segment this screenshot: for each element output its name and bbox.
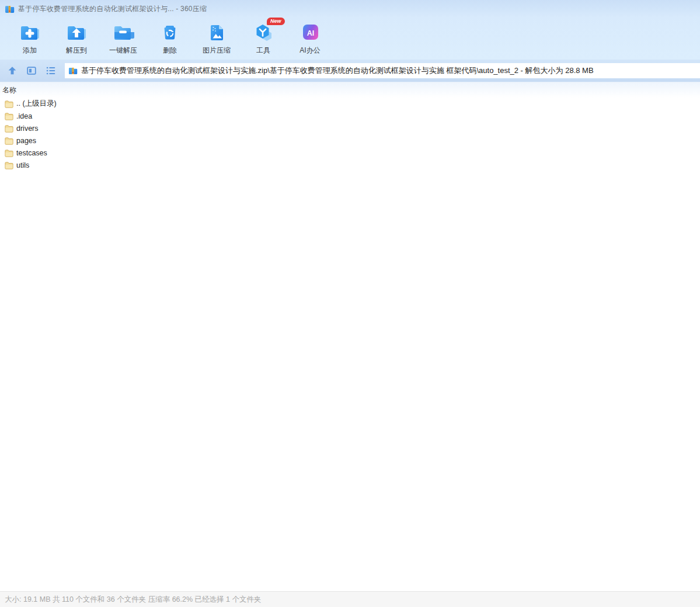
file-name: pages: [16, 137, 36, 145]
window-title: 基于停车收费管理系统的自动化测试框架设计与... - 360压缩: [18, 4, 207, 14]
column-name-label: 名称: [2, 85, 16, 95]
file-row[interactable]: utils: [0, 159, 700, 171]
toolbar-button-delete[interactable]: 删除: [147, 18, 193, 56]
file-row[interactable]: pages: [0, 134, 700, 147]
folder-icon: [5, 124, 13, 133]
zip-archive-icon: [68, 66, 78, 75]
file-row[interactable]: .idea: [0, 110, 700, 122]
address-bar[interactable]: 基于停车收费管理系统的自动化测试框架设计与实施.zip\基于停车收费管理系统的自…: [65, 63, 700, 78]
ai-office-icon: AI: [298, 21, 322, 44]
image-compress-icon: [205, 21, 228, 44]
delete-icon: [158, 21, 182, 44]
list-header[interactable]: 名称: [0, 82, 700, 98]
status-text: 大小: 19.1 MB 共 110 个文件和 36 个文件夹 压缩率 66.2%…: [5, 595, 261, 605]
add-archive-icon: [18, 21, 41, 44]
file-row[interactable]: testcases: [0, 147, 700, 159]
one-click-extract-icon: [112, 21, 135, 44]
toolbar-button-label: 解压到: [66, 46, 87, 56]
toolbar: 添加解压到一键解压删除图片压缩工具NewAIAI办公: [0, 18, 700, 60]
toolbar-button-label: 一键解压: [109, 46, 137, 56]
folder-icon: [5, 161, 13, 169]
toolbar-button-label: AI办公: [299, 46, 320, 56]
list-view-icon[interactable]: [44, 64, 58, 78]
toolbar-button-tools[interactable]: 工具New: [240, 18, 287, 56]
file-row[interactable]: .. (上级目录): [0, 98, 700, 110]
up-icon[interactable]: [5, 64, 19, 78]
toolbar-button-label: 删除: [163, 46, 177, 56]
toolbar-button-ai-office[interactable]: AIAI办公: [287, 18, 333, 56]
toolbar-button-extract-to[interactable]: 解压到: [53, 18, 100, 56]
folder-icon: [5, 149, 13, 157]
address-path: 基于停车收费管理系统的自动化测试框架设计与实施.zip\基于停车收费管理系统的自…: [81, 65, 594, 76]
toolbar-button-label: 图片压缩: [203, 46, 231, 56]
folder-icon: [5, 112, 13, 120]
navigation-bar: 基于停车收费管理系统的自动化测试框架设计与实施.zip\基于停车收费管理系统的自…: [0, 60, 700, 82]
toolbar-button-add-archive[interactable]: 添加: [6, 18, 53, 56]
toolbar-button-one-click-extract[interactable]: 一键解压: [100, 18, 147, 56]
folder-icon: [5, 137, 13, 145]
new-badge: New: [267, 18, 285, 25]
status-bar: 大小: 19.1 MB 共 110 个文件和 36 个文件夹 压缩率 66.2%…: [0, 591, 700, 607]
app-window: 基于停车收费管理系统的自动化测试框架设计与... - 360压缩 添加解压到一键…: [0, 0, 700, 607]
file-list: .. (上级目录).ideadriverspagestestcasesutils: [0, 98, 700, 591]
extract-to-icon: [65, 21, 88, 44]
file-name: utils: [16, 161, 29, 169]
toolbar-button-label: 工具: [256, 46, 270, 56]
file-row[interactable]: drivers: [0, 122, 700, 134]
title-bar: 基于停车收费管理系统的自动化测试框架设计与... - 360压缩: [0, 0, 700, 18]
toolbar-button-image-compress[interactable]: 图片压缩: [193, 18, 240, 56]
toolbar-button-label: 添加: [23, 46, 37, 56]
file-name: .idea: [16, 112, 32, 120]
file-name: testcases: [16, 149, 47, 157]
svg-text:AI: AI: [307, 29, 315, 37]
zip-archive-icon: [5, 4, 15, 14]
folder-icon: [5, 100, 13, 108]
file-name: .. (上级目录): [16, 99, 57, 109]
file-name: drivers: [16, 124, 39, 133]
detail-view-icon[interactable]: [25, 64, 39, 78]
